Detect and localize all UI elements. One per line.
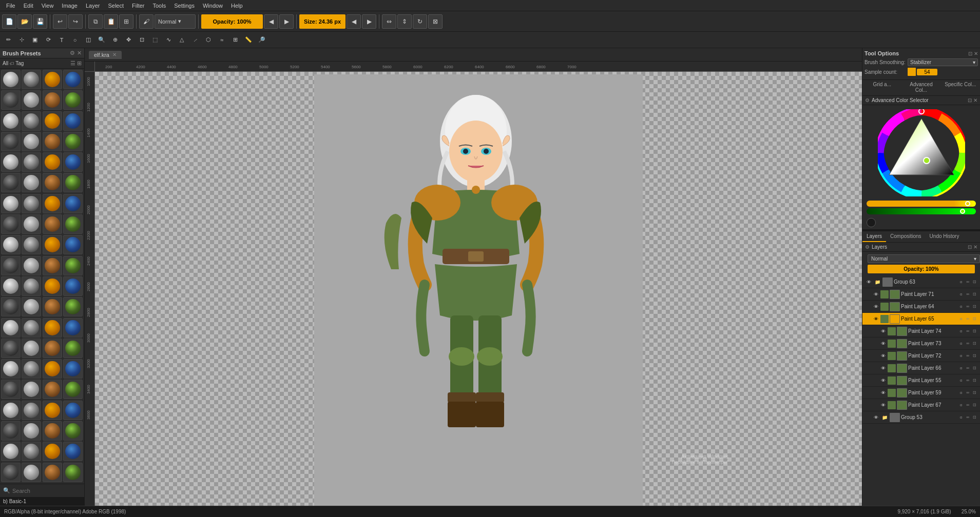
transform-btn[interactable]: ⊞ [119,14,133,29]
layer-visibility-btn-11[interactable]: 👁 [872,414,879,421]
new-btn[interactable]: 📄 [2,14,16,29]
brush-item-23[interactable] [63,173,83,192]
grid-view-btn[interactable]: ⊞ [77,60,82,67]
layer-action-btn-1-2[interactable]: ⊡ [971,291,977,297]
layer-action-btn-10-2[interactable]: ⊡ [971,402,977,408]
brush-item-39[interactable] [63,256,83,275]
brush-item-69[interactable] [22,421,41,441]
brush-item-50[interactable] [43,318,62,337]
brush-item-66[interactable] [43,401,62,420]
menu-image[interactable]: Image [57,0,82,11]
filter-tool-btn[interactable]: ⊞ [229,34,241,46]
brush-item-65[interactable] [22,401,41,420]
color-wheel-svg[interactable] [878,109,965,196]
brush-item-33[interactable] [22,235,41,254]
brush-item-47[interactable] [63,297,83,316]
menu-file[interactable]: File [2,0,20,11]
brush-item-59[interactable] [63,359,83,379]
layer-action-btn-5-0[interactable]: α [958,341,964,347]
layer-action-btn-5-2[interactable]: ⊡ [971,341,977,347]
sample-count-value[interactable]: 54 [917,69,937,75]
mirror-v-btn[interactable]: ⇕ [397,14,412,29]
layer-item-3[interactable]: 👁Paint Layer 65α∞⊡ [862,313,980,325]
layer-action-btn-3-1[interactable]: ∞ [965,316,971,322]
brush-item-22[interactable] [43,173,62,192]
brush-item-19[interactable] [63,152,83,172]
brush-item-12[interactable] [1,132,21,151]
menu-layer[interactable]: Layer [82,0,104,11]
brush-item-78[interactable] [43,463,62,482]
layer-action-btn-10-0[interactable]: α [958,402,964,408]
layers-mode-dropdown[interactable]: Normal ▾ [868,254,980,263]
brush-item-10[interactable] [43,111,62,131]
brush-item-75[interactable] [63,442,83,461]
brush-item-3[interactable] [63,70,83,89]
transform-tool-btn[interactable]: ⟳ [42,34,54,46]
layer-action-btn-0-2[interactable]: ⊡ [971,279,977,285]
color-wheel-container[interactable] [862,105,980,201]
brush-item-42[interactable] [43,276,62,296]
brush-item-32[interactable] [1,235,21,254]
layers-close-btn[interactable]: ✕ [973,244,977,250]
pan-tool-btn[interactable]: ✥ [122,34,134,46]
brush-item-30[interactable] [43,214,62,234]
layer-action-btn-4-1[interactable]: ∞ [965,328,971,334]
menu-edit[interactable]: Edit [20,0,37,11]
layer-action-btn-11-0[interactable]: α [958,414,964,421]
brush-item-64[interactable] [1,401,21,420]
text-tool-btn[interactable]: T [55,34,68,46]
brush-item-43[interactable] [63,276,83,296]
layer-action-btn-11-2[interactable]: ⊡ [971,414,977,421]
brush-item-11[interactable] [63,111,83,131]
brush-item-51[interactable] [63,318,83,337]
brush-item-4[interactable] [1,90,21,110]
menu-filter[interactable]: Filter [128,0,148,11]
layer-visibility-btn-6[interactable]: 👁 [879,352,887,360]
layer-item-0[interactable]: 👁📁Group 63α∞⊡ [862,276,980,288]
crop-tool-btn[interactable]: ⊡ [136,34,148,46]
brush-item-48[interactable] [1,318,21,337]
layer-action-btn-5-1[interactable]: ∞ [965,341,971,347]
brush-item-20[interactable] [1,173,21,192]
layers-tab-layers[interactable]: Layers [862,231,886,242]
layer-item-1[interactable]: 👁Paint Layer 71α∞⊡ [862,288,980,301]
canvas-tab-elf[interactable]: elf.kra ✕ [89,51,122,59]
layer-item-6[interactable]: 👁Paint Layer 72α∞⊡ [862,350,980,362]
layer-action-btn-4-0[interactable]: α [958,328,964,334]
brush-item-73[interactable] [22,442,41,461]
layers-tab-compositions[interactable]: Compositions [886,231,926,242]
brush-item-26[interactable] [43,194,62,213]
brush-item-7[interactable] [63,90,83,110]
layer-action-btn-9-2[interactable]: ⊡ [971,390,977,396]
list-view-btn[interactable]: ☰ [70,60,75,67]
menu-settings[interactable]: Settings [170,0,199,11]
brush-item-27[interactable] [63,194,83,213]
layer-action-btn-3-0[interactable]: α [958,316,964,322]
layer-action-btn-6-2[interactable]: ⊡ [971,353,977,359]
brush-item-29[interactable] [22,214,41,234]
brush-item-35[interactable] [63,235,83,254]
redo-btn[interactable]: ↪ [68,14,83,29]
wrap-btn[interactable]: ↻ [413,14,427,29]
canvas-tab-close-btn[interactable]: ✕ [112,52,117,57]
undo-btn[interactable]: ↩ [53,14,67,29]
brush-item-72[interactable] [1,442,21,461]
brush-item-36[interactable] [1,256,21,275]
brush-item-45[interactable] [22,297,41,316]
brush-item-28[interactable] [1,214,21,234]
brush-item-6[interactable] [43,90,62,110]
brush-item-31[interactable] [63,214,83,234]
size-down-btn[interactable]: ◀ [347,14,361,29]
layer-action-btn-8-0[interactable]: α [958,377,964,384]
brush-item-16[interactable] [1,152,21,172]
layer-visibility-btn-4[interactable]: 👁 [879,328,887,335]
menu-tools[interactable]: Tools [149,0,170,11]
layer-visibility-btn-9[interactable]: 👁 [879,389,887,396]
brush-item-54[interactable] [43,339,62,358]
layer-action-btn-2-0[interactable]: α [958,304,964,310]
layer-item-2[interactable]: 👁Paint Layer 64α∞⊡ [862,301,980,313]
layer-action-btn-4-2[interactable]: ⊡ [971,328,977,334]
brush-item-74[interactable] [43,442,62,461]
brush-item-55[interactable] [63,339,83,358]
brush-item-15[interactable] [63,132,83,151]
